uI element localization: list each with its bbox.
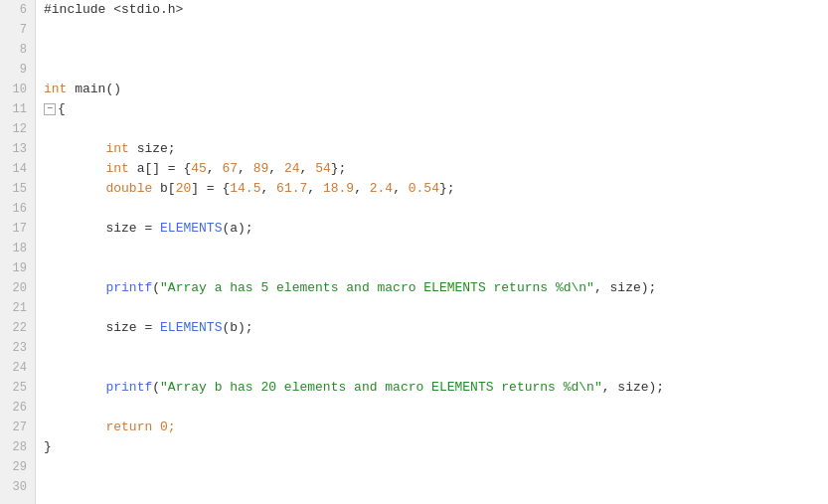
code-line: #include <stdio.h> [44,0,828,20]
token: , [260,179,276,199]
line-number: 30 [0,477,35,497]
token: a[] = { [137,159,192,179]
indent [44,179,105,199]
token: 54 [315,159,331,179]
code-line [44,20,828,40]
token: int [105,139,136,159]
code-line [44,258,828,278]
token: 0.54 [409,179,439,199]
line-number: 24 [0,358,35,378]
code-line: printf("Array b has 20 elements and macr… [44,378,828,398]
line-number: 14 [0,159,35,179]
token: , [307,179,323,199]
token: size; [137,139,176,159]
token: 61.7 [276,179,307,199]
code-line [44,398,828,418]
token: return [105,418,160,437]
indent [44,219,105,239]
line-number: 29 [0,457,35,477]
token: , size); [602,378,664,398]
code-area[interactable]: #include <stdio.h>int main()−{ int size;… [36,0,828,504]
code-line [44,239,828,258]
code-line [44,199,828,219]
line-number: 8 [0,40,35,60]
token: , [354,179,370,199]
line-number: 26 [0,398,35,418]
token: , [300,159,316,179]
code-line [44,298,828,318]
token: 20 [176,179,192,199]
token: main() [75,80,121,99]
code-line: return 0; [44,418,828,437]
code-line [44,457,828,477]
token: 0; [160,418,176,437]
token: ( [152,378,160,398]
line-number: 22 [0,318,35,338]
token: (b); [222,318,252,338]
line-number: 28 [0,437,35,457]
token: 24 [284,159,300,179]
line-number: 10 [0,80,35,99]
fold-icon[interactable]: − [44,103,56,115]
code-line: double b[20] = {14.5, 61.7, 18.9, 2.4, 0… [44,179,828,199]
line-number: 6 [0,0,35,20]
code-line: } [44,437,828,457]
line-number: 18 [0,239,35,258]
token: 89 [253,159,269,179]
token: , size); [594,278,656,298]
line-number: 17 [0,219,35,239]
token: ELEMENTS [160,219,222,239]
token: ( [152,278,160,298]
code-line [44,358,828,378]
indent [44,318,105,338]
code-line [44,60,828,80]
token: , [238,159,253,179]
line-number: 15 [0,179,35,199]
token: (a); [222,219,252,239]
indent [44,159,105,179]
token: b[ [160,179,176,199]
indent [44,278,105,298]
line-number: 20 [0,278,35,298]
token: printf [105,278,152,298]
token: , [268,159,284,179]
code-line: −{ [44,99,828,119]
code-line: printf("Array a has 5 elements and macro… [44,278,828,298]
code-line: int size; [44,139,828,159]
code-editor: 6789101112131415161718192021222324252627… [0,0,828,504]
token: 45 [191,159,207,179]
token: int [44,80,75,99]
line-number: 21 [0,298,35,318]
token: double [105,179,160,199]
code-line [44,338,828,358]
indent [44,378,105,398]
code-line [44,119,828,139]
token: 67 [222,159,238,179]
line-number: 13 [0,139,35,159]
line-number: 23 [0,338,35,358]
code-line: int main() [44,80,828,99]
line-number: 16 [0,199,35,219]
code-line [44,477,828,497]
token: ] = { [191,179,230,199]
line-number: 9 [0,60,35,80]
line-number: 12 [0,119,35,139]
code-line: size = ELEMENTS(b); [44,318,828,338]
token: "Array a has 5 elements and macro ELEMEN… [160,278,594,298]
line-numbers: 6789101112131415161718192021222324252627… [0,0,36,504]
line-number: 11 [0,99,35,119]
token: 14.5 [230,179,260,199]
token: 2.4 [370,179,393,199]
code-line: int a[] = {45, 67, 89, 24, 54}; [44,159,828,179]
token: , [393,179,409,199]
token: ELEMENTS [160,318,222,338]
token: size = [105,318,160,338]
line-number: 19 [0,258,35,278]
line-number: 27 [0,418,35,437]
code-line [44,40,828,60]
token: } [44,437,52,457]
token: }; [439,179,455,199]
token: #include <stdio.h> [44,0,183,20]
token: int [105,159,136,179]
line-number: 25 [0,378,35,398]
